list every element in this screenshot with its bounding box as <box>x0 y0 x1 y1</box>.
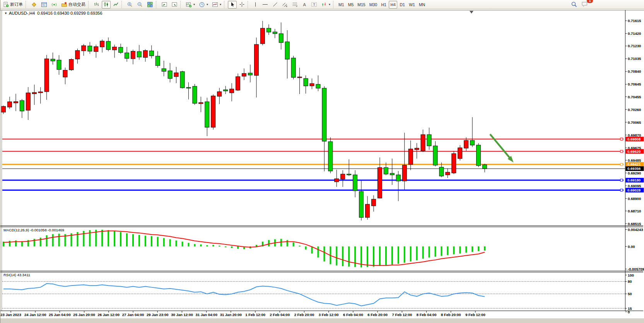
crosshair-button[interactable] <box>237 1 246 9</box>
macd-histogram-bar <box>287 240 288 246</box>
candle-bullish <box>131 51 135 58</box>
timeframe-button-mn[interactable]: MN <box>417 1 427 9</box>
svg-text:F: F <box>296 5 298 7</box>
candle-bullish <box>14 102 18 103</box>
channel-button[interactable]: E <box>280 1 290 9</box>
line-end-marker[interactable] <box>620 179 623 181</box>
time-axis-label: 6 Feb 20:00 <box>367 313 388 317</box>
label-icon: T <box>311 2 317 7</box>
candle-bearish <box>20 101 24 111</box>
shapes-icon <box>321 2 327 7</box>
cursor-button[interactable] <box>228 1 237 9</box>
rsi-axis-label: 80 <box>628 279 632 284</box>
line-end-marker[interactable] <box>620 163 623 166</box>
period-clock-button[interactable]: ▾ <box>197 1 210 9</box>
signals-button[interactable] <box>50 1 59 9</box>
candle-bearish <box>427 135 431 146</box>
macd-histogram-bar <box>231 246 232 248</box>
market-watch-button[interactable] <box>39 1 49 9</box>
candle-bearish <box>353 175 357 191</box>
timeframe-button-d1[interactable]: D1 <box>398 1 407 9</box>
horizontal-line-icon <box>262 2 268 7</box>
line-end-marker[interactable] <box>620 189 623 191</box>
auto-trading-icon <box>61 2 67 8</box>
chart-canvas[interactable]: 0.716150.714200.712300.710350.708400.706… <box>0 0 644 323</box>
candle-bullish <box>230 89 234 93</box>
timeframe-button-m15[interactable]: M15 <box>356 1 367 9</box>
navigator-icon <box>31 2 37 8</box>
price-axis-label: 0.71420 <box>628 31 641 36</box>
macd-histogram-bar <box>138 235 140 246</box>
timeframe-button-w1[interactable]: W1 <box>407 1 417 9</box>
macd-histogram-bar <box>441 246 442 256</box>
macd-histogram-bar <box>410 246 412 261</box>
timeframe-button-m1[interactable]: M1 <box>337 1 346 9</box>
time-axis-label: 29 Jan 23:00 <box>147 313 169 317</box>
timeframe-button-m5[interactable]: M5 <box>347 1 355 9</box>
candle-bearish <box>137 51 141 57</box>
tile-windows-icon <box>147 2 153 8</box>
time-axis-label: 30 Jan 12:00 <box>171 313 193 317</box>
candle-bullish <box>464 140 468 148</box>
vertical-line-button[interactable] <box>251 1 260 9</box>
label-button[interactable]: T <box>309 1 319 9</box>
price-axis-label: 0.68710 <box>628 209 641 213</box>
auto-trading-button[interactable]: 自动交易 <box>60 1 87 9</box>
zoom-in-button[interactable] <box>125 1 135 9</box>
tile-windows-button[interactable] <box>145 1 155 9</box>
macd-histogram-bar <box>336 246 337 265</box>
line-end-marker[interactable] <box>620 138 623 140</box>
bar-chart-button[interactable] <box>92 1 101 9</box>
time-axis-label: 25 Jan 04:00 <box>49 313 71 317</box>
horizontal-line-button[interactable] <box>260 1 270 9</box>
auto-arrange-button[interactable] <box>160 1 169 9</box>
new-chart-button[interactable]: ▾ <box>184 1 196 9</box>
macd-histogram-bar <box>447 246 448 255</box>
candle-bearish <box>347 174 351 175</box>
chart-title: ▼AUDUSD-,H4 0.69416 0.69430 0.69299 0.69… <box>4 11 102 15</box>
macd-histogram-bar <box>323 246 325 261</box>
new-chart-icon <box>186 2 192 8</box>
cascade-icon <box>171 2 178 8</box>
new-order-icon <box>3 2 9 7</box>
timeframe-button-h1[interactable]: H1 <box>379 1 388 9</box>
candle-bullish <box>260 28 265 44</box>
cascade-button[interactable] <box>170 1 179 9</box>
macd-histogram-bar <box>373 246 374 267</box>
crosshair-icon <box>239 2 245 7</box>
macd-histogram-bar <box>391 246 393 265</box>
candlestick-chart-button[interactable] <box>102 1 111 9</box>
search-button[interactable] <box>569 1 579 9</box>
macd-histogram-bar <box>342 246 343 266</box>
timeframe-button-h4[interactable]: H4 <box>389 1 397 9</box>
macd-histogram-bar <box>126 233 128 246</box>
mt4-terminal-window: 新订单 自动交易 <box>0 0 644 323</box>
zoom-out-button[interactable] <box>135 1 145 9</box>
macd-histogram-bar <box>108 230 109 246</box>
chart-symbol-period: AUDUSD-,H4 <box>9 11 35 15</box>
navigator-button[interactable] <box>29 1 39 9</box>
candle-bullish <box>82 46 86 51</box>
shapes-button[interactable]: ▾ <box>319 1 332 9</box>
price-line-badge-label: 0.69808 <box>627 137 641 141</box>
macd-histogram-bar <box>354 246 356 267</box>
fibonacci-button[interactable]: F <box>290 1 300 9</box>
chart-menu-icon[interactable]: ▼ <box>4 12 7 15</box>
macd-name: MACD(12,26,9) <box>3 228 29 232</box>
candle-bearish <box>433 146 437 165</box>
text-button[interactable]: A <box>301 1 309 9</box>
timeframe-button-m30[interactable]: M30 <box>368 1 379 9</box>
line-chart-button[interactable] <box>111 1 120 9</box>
trendline-button[interactable] <box>271 1 280 9</box>
new-order-button[interactable]: 新订单 <box>2 1 24 9</box>
candle-bullish <box>421 135 425 151</box>
candle-bullish <box>2 106 6 112</box>
time-axis-label: 6 Feb 04:00 <box>343 313 363 317</box>
macd-histogram-bar <box>429 246 430 258</box>
line-end-marker[interactable] <box>620 150 623 152</box>
macd-histogram-bar <box>311 246 313 253</box>
macd-histogram-bar <box>317 246 319 258</box>
indicator-list-button[interactable]: ▾ <box>210 1 223 9</box>
market-watch-icon <box>41 2 47 8</box>
chevron-down-icon: ▾ <box>207 3 208 6</box>
